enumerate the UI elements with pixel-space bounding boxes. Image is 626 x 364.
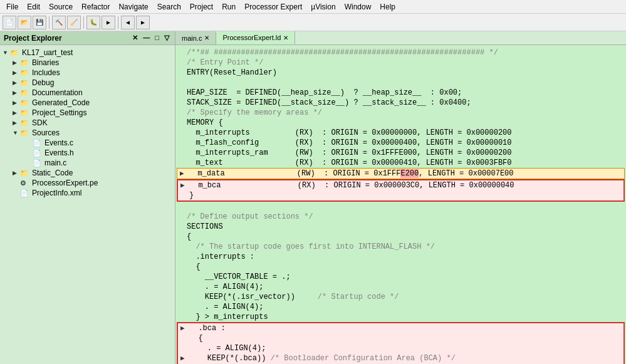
editor-content[interactable]: /**## ##################################… bbox=[175, 45, 626, 364]
sidebar-minimize-icon[interactable]: — bbox=[141, 33, 152, 43]
tab-processor-expert-ld[interactable]: ProcessorExpert.ld ✕ bbox=[216, 31, 295, 44]
tree-item-main-c[interactable]: 📄 main.c bbox=[0, 158, 175, 168]
tree-item-processor-expert[interactable]: ⚙ ProcessorExpert.pe bbox=[0, 178, 175, 188]
menubar: File Edit Source Refactor Navigate Searc… bbox=[0, 0, 626, 14]
code-line: /* Entry Point */ bbox=[175, 58, 626, 68]
menu-file[interactable]: File bbox=[3, 1, 22, 13]
tree-item-events-h[interactable]: 📄 Events.h bbox=[0, 148, 175, 158]
menu-processor-expert[interactable]: Processor Expert bbox=[241, 1, 306, 13]
menu-navigate[interactable]: Navigate bbox=[115, 1, 152, 13]
tree-item-binaries[interactable]: ▶ 📁 Binaries bbox=[0, 58, 175, 68]
line-content: KEEP(*(.isr_vector)) /* Startup code */ bbox=[187, 292, 623, 302]
sidebar-close-icon[interactable]: ✕ bbox=[130, 33, 140, 43]
tab-close-icon[interactable]: ✕ bbox=[204, 34, 209, 41]
tree-label: Debug bbox=[32, 78, 54, 87]
code-line bbox=[175, 202, 626, 212]
tree-label: Includes bbox=[32, 68, 60, 77]
debug-button[interactable]: 🐛 bbox=[86, 16, 100, 29]
tree-item-generated-code[interactable]: ▶ 📁 Generated_Code bbox=[0, 98, 175, 108]
tree-item-documentation[interactable]: ▶ 📁 Documentation bbox=[0, 88, 175, 98]
line-content: } bbox=[189, 190, 621, 200]
menu-uvision[interactable]: µVision bbox=[307, 1, 339, 13]
tree-label: KL17_uart_test bbox=[22, 48, 73, 57]
tree-label: Binaries bbox=[32, 58, 59, 67]
code-line: ENTRY(Reset_Handler) bbox=[175, 68, 626, 78]
line-content: m_bca (RX) : ORIGIN = 0x000003C0, LENGTH… bbox=[189, 180, 621, 190]
tree-item-includes[interactable]: ▶ 📁 Includes bbox=[0, 68, 175, 78]
menu-refactor[interactable]: Refactor bbox=[78, 1, 113, 13]
tree-label: Generated_Code bbox=[32, 98, 90, 107]
code-line: /* The startup code goes first into INTE… bbox=[175, 242, 626, 252]
code-line: __VECTOR_TABLE = .; bbox=[175, 272, 626, 282]
code-line: m_interrupts_ram (RW) : ORIGIN = 0x1FFFE… bbox=[175, 148, 626, 158]
tab-main-c[interactable]: main.c ✕ bbox=[175, 31, 216, 44]
folder-icon: 📁 bbox=[20, 129, 30, 137]
editor-area: main.c ✕ ProcessorExpert.ld ✕ /**## ####… bbox=[175, 31, 626, 364]
code-line: } bbox=[177, 190, 625, 202]
tree-item-static-code[interactable]: ▶ 📁 Static_Code bbox=[0, 168, 175, 178]
folder-icon: 📁 bbox=[20, 79, 30, 87]
expand-arrow: ▶ bbox=[13, 70, 20, 76]
build-button[interactable]: 🔨 bbox=[52, 16, 66, 29]
code-line: SECTIONS bbox=[175, 222, 626, 232]
folder-icon: 📁 bbox=[10, 49, 20, 57]
editor-tabs: main.c ✕ ProcessorExpert.ld ✕ bbox=[175, 31, 626, 45]
folder-icon: 📁 bbox=[20, 59, 30, 67]
line-content: __VECTOR_TABLE = .; bbox=[187, 272, 623, 282]
line-content: m_text (RX) : ORIGIN = 0x00000410, LENGT… bbox=[187, 158, 623, 168]
sidebar-maximize-icon[interactable]: □ bbox=[153, 33, 161, 43]
back-button[interactable]: ◀ bbox=[121, 16, 135, 29]
tree-item-debug[interactable]: ▶ 📁 Debug bbox=[0, 78, 175, 88]
toolbar: 📄 📂 💾 🔨 🧹 🐛 ▶ ◀ ▶ bbox=[0, 14, 626, 31]
line-content: .bca : bbox=[189, 323, 621, 333]
menu-help[interactable]: Help bbox=[376, 1, 399, 13]
expand-arrow: ▶ bbox=[13, 100, 20, 106]
expand-arrow: ▼ bbox=[13, 130, 20, 136]
sidebar-menu-icon[interactable]: ▽ bbox=[162, 33, 171, 43]
code-line-mdata: ▶ m_data (RW) : ORIGIN = 0x1FFFE200, LEN… bbox=[177, 168, 625, 179]
run-button[interactable]: ▶ bbox=[102, 16, 115, 29]
line-content: /* Entry Point */ bbox=[187, 58, 623, 68]
code-line-mbca: ▶ m_bca (RX) : ORIGIN = 0x000003C0, LENG… bbox=[177, 179, 625, 190]
code-line: . = ALIGN(4); bbox=[175, 302, 626, 312]
tree-item-project-info[interactable]: 📄 ProjectInfo.xml bbox=[0, 188, 175, 198]
new-button[interactable]: 📄 bbox=[3, 16, 16, 29]
tree-label: ProjectInfo.xml bbox=[32, 189, 81, 197]
code-line: m_interrupts (RX) : ORIGIN = 0x00000000,… bbox=[175, 128, 626, 138]
code-line: KEEP(*(.isr_vector)) /* Startup code */ bbox=[175, 292, 626, 302]
menu-search[interactable]: Search bbox=[154, 1, 185, 13]
line-marker: ▶ bbox=[180, 323, 189, 333]
sidebar-title: Project Explorer bbox=[4, 34, 130, 43]
tree-item-project-settings[interactable]: ▶ 📁 Project_Settings bbox=[0, 108, 175, 118]
tab-close-icon[interactable]: ✕ bbox=[283, 34, 288, 41]
clean-button[interactable]: 🧹 bbox=[67, 16, 81, 29]
code-line-bca-start: ▶ .bca : bbox=[177, 322, 625, 333]
code-line: /* Define output sections */ bbox=[175, 212, 626, 222]
folder-icon: 📁 bbox=[20, 69, 30, 77]
save-button[interactable]: 💾 bbox=[33, 16, 46, 29]
tree-item-root[interactable]: ▼ 📁 KL17_uart_test bbox=[0, 48, 175, 58]
file-icon: 📄 bbox=[33, 139, 43, 147]
forward-button[interactable]: ▶ bbox=[136, 16, 150, 29]
tree-item-events-c[interactable]: 📄 Events.c bbox=[0, 138, 175, 148]
sidebar-tree: ▼ 📁 KL17_uart_test ▶ 📁 Binaries ▶ 📁 Incl… bbox=[0, 45, 175, 364]
expand-arrow: ▶ bbox=[13, 110, 20, 116]
tree-item-sdk[interactable]: ▶ 📁 SDK bbox=[0, 118, 175, 128]
code-line: . = ALIGN(4); bbox=[175, 282, 626, 292]
menu-project[interactable]: Project bbox=[186, 1, 217, 13]
line-content: STACK_SIZE = DEFINED(__stack_size__) ? _… bbox=[187, 98, 623, 108]
open-button[interactable]: 📂 bbox=[18, 16, 31, 29]
sidebar-header: Project Explorer ✕ — □ ▽ bbox=[0, 31, 175, 45]
menu-window[interactable]: Window bbox=[341, 1, 375, 13]
menu-source[interactable]: Source bbox=[45, 1, 76, 13]
code-line-bca-3: . = ALIGN(4); bbox=[177, 343, 625, 353]
menu-run[interactable]: Run bbox=[218, 1, 239, 13]
line-content: m_interrupts_ram (RW) : ORIGIN = 0x1FFFE… bbox=[187, 148, 623, 158]
menu-edit[interactable]: Edit bbox=[23, 1, 44, 13]
tree-item-sources[interactable]: ▼ 📁 Sources bbox=[0, 128, 175, 138]
code-line: /* Specify the memory areas */ bbox=[175, 108, 626, 118]
line-content: { bbox=[189, 333, 621, 343]
expand-arrow: ▶ bbox=[13, 80, 20, 86]
toolbar-sep-3 bbox=[118, 16, 118, 29]
tree-label: Events.h bbox=[44, 148, 74, 157]
